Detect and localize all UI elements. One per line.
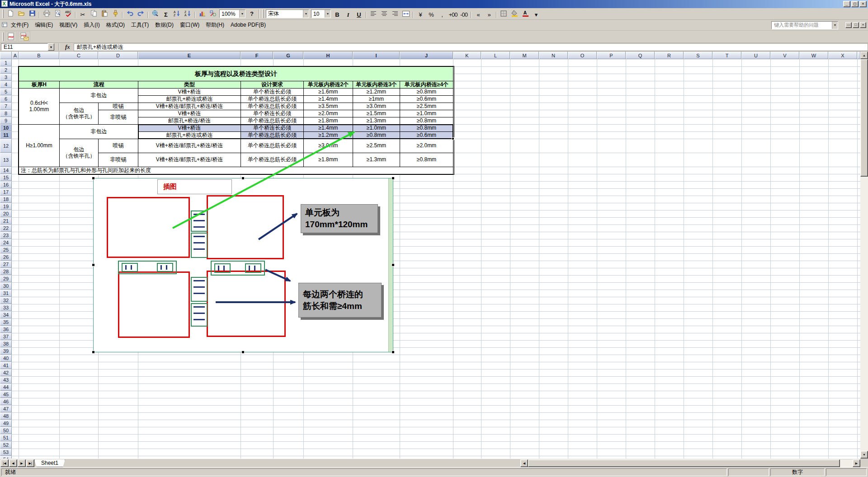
row-header-23[interactable]: 23 <box>0 232 12 239</box>
convert-to-adobe-pdf-and-email-button[interactable]: PDF <box>18 31 30 42</box>
cell[interactable]: 邮票孔+桥连或桥连 <box>138 95 241 103</box>
horizontal-scroll-thumb[interactable] <box>528 459 840 467</box>
print-button[interactable] <box>42 9 52 18</box>
align-left-button[interactable] <box>368 9 378 19</box>
row-header-51[interactable]: 51 <box>0 434 12 441</box>
column-header-D[interactable]: D <box>98 51 138 59</box>
cell[interactable]: 单元板内桥连3个 <box>353 81 400 89</box>
minimize-button[interactable]: _ <box>843 1 850 7</box>
row-header-54[interactable]: 54 <box>0 456 12 458</box>
row-header-25[interactable]: 25 <box>0 246 12 253</box>
column-header-I[interactable]: I <box>353 51 400 59</box>
cell[interactable]: 非包边 <box>59 124 138 139</box>
cell[interactable]: V槽+桥连 <box>138 110 241 117</box>
formula-input[interactable]: 邮票孔+桥连或桥连 <box>74 43 868 51</box>
cell[interactable]: V槽+桥连/邮票孔+桥连/桥连 <box>138 153 241 167</box>
cell[interactable]: ≥0.8mm <box>400 117 453 125</box>
row-header-14[interactable]: 14 <box>0 167 12 174</box>
cell[interactable]: 邮票孔+桥连/桥连 <box>138 117 241 125</box>
row-header-36[interactable]: 36 <box>0 326 12 333</box>
toolbar-grip[interactable] <box>262 9 264 18</box>
increase-indent-button[interactable]: » <box>484 10 494 19</box>
menu-item-6[interactable]: 数据(D) <box>152 20 177 30</box>
column-header-N[interactable]: N <box>539 51 568 59</box>
menu-item-4[interactable]: 格式(O) <box>103 20 128 30</box>
row-header-6[interactable]: 6 <box>0 95 12 103</box>
decrease-indent-button[interactable]: « <box>473 10 483 19</box>
convert-to-adobe-pdf-button[interactable]: PDF <box>5 31 17 42</box>
row-header-27[interactable]: 27 <box>0 261 12 268</box>
cell[interactable]: ≥1.6mm <box>303 88 353 96</box>
column-header-C[interactable]: C <box>59 51 98 59</box>
menu-item-2[interactable]: 视图(V) <box>56 20 80 30</box>
row-header-32[interactable]: 32 <box>0 297 12 304</box>
cell[interactable]: ≥1.3mm <box>353 153 400 167</box>
insert-function-button[interactable]: fx <box>65 43 70 51</box>
column-header-G[interactable]: G <box>273 51 303 59</box>
row-header-52[interactable]: 52 <box>0 441 12 449</box>
maximize-button[interactable]: □ <box>851 1 859 7</box>
cell[interactable]: ≥0.8mm <box>400 88 453 96</box>
row-header-15[interactable]: 15 <box>0 174 12 181</box>
column-header-M[interactable]: M <box>510 51 539 59</box>
active-cell[interactable]: 邮票孔+桥连或桥连 <box>138 131 241 139</box>
decrease-decimal-button[interactable]: -00 <box>459 10 469 19</box>
column-header-J[interactable]: J <box>400 51 453 59</box>
cell[interactable]: ≥1.8mm <box>303 117 353 125</box>
cell[interactable]: H≥1.00mm <box>19 124 60 167</box>
cell[interactable]: ≥2.5mm <box>353 139 400 153</box>
fill-color-button[interactable] <box>509 9 519 18</box>
column-header-F[interactable]: F <box>241 51 273 59</box>
selection-handle[interactable] <box>241 351 245 354</box>
cell[interactable]: ≥2.0mm <box>400 139 453 153</box>
row-header-21[interactable]: 21 <box>0 217 12 224</box>
selection-handle[interactable] <box>241 177 245 180</box>
merge-center-button[interactable] <box>401 9 411 19</box>
column-header-T[interactable]: T <box>712 51 741 59</box>
menu-item-7[interactable]: 窗口(W) <box>177 20 203 30</box>
cell[interactable]: ≥3.5mm <box>303 103 353 110</box>
selection-handle[interactable] <box>392 351 395 354</box>
cell[interactable]: 单个桥连总筋长必须 <box>241 103 304 110</box>
selection-handle[interactable] <box>392 177 395 180</box>
cell[interactable]: 单个桥连长必须 <box>241 88 304 96</box>
cell[interactable]: 单元板内桥连2个 <box>303 81 353 89</box>
row-header-10[interactable]: 10 <box>0 124 12 131</box>
last-sheet-button[interactable]: ▶| <box>26 459 34 467</box>
cell[interactable]: ≥1.3mm <box>353 117 400 125</box>
next-sheet-button[interactable]: ▶ <box>18 459 26 467</box>
horizontal-scrollbar[interactable]: ◀ ▶ <box>520 459 860 467</box>
currency-button[interactable]: ¥ <box>415 10 425 19</box>
cell[interactable]: ≥0.6mm <box>400 95 453 103</box>
column-header-R[interactable]: R <box>655 51 684 59</box>
first-sheet-button[interactable]: |◀ <box>0 459 9 467</box>
row-header-30[interactable]: 30 <box>0 282 12 290</box>
column-header-V[interactable]: V <box>770 51 799 59</box>
cell[interactable]: 流程 <box>59 81 138 89</box>
chevron-down-icon[interactable]: ▼ <box>832 22 838 29</box>
selection-handle[interactable] <box>392 263 395 267</box>
column-header-L[interactable]: L <box>481 51 510 59</box>
row-header-1[interactable]: 1 <box>0 59 12 66</box>
row-header-38[interactable]: 38 <box>0 340 12 347</box>
column-header-S[interactable]: S <box>684 51 712 59</box>
row-header-44[interactable]: 44 <box>0 383 12 391</box>
font-size-select[interactable]: 10 ▼ <box>311 9 331 18</box>
bold-button[interactable]: B <box>332 10 342 19</box>
print-preview-button[interactable] <box>52 9 62 18</box>
cell[interactable]: 包边 （含铁半孔） <box>59 103 99 125</box>
row-header-18[interactable]: 18 <box>0 196 12 203</box>
row-header-42[interactable]: 42 <box>0 369 12 376</box>
row-header-17[interactable]: 17 <box>0 188 12 196</box>
row-header-35[interactable]: 35 <box>0 318 12 326</box>
scroll-up-icon[interactable]: ▲ <box>860 51 868 59</box>
cell[interactable]: 单元板内桥连≥4个 <box>400 81 453 89</box>
cell[interactable]: 非包边 <box>59 88 138 103</box>
font-name-select[interactable]: 宋体 ▼ <box>266 9 309 18</box>
row-header-29[interactable]: 29 <box>0 275 12 282</box>
drawing-button[interactable] <box>208 9 218 18</box>
align-center-button[interactable] <box>379 9 389 19</box>
cell[interactable]: ≥3.0mm <box>353 103 400 110</box>
name-box-dropdown[interactable]: ▼ <box>48 43 54 51</box>
workbook-minimize-button[interactable]: — <box>845 22 852 28</box>
